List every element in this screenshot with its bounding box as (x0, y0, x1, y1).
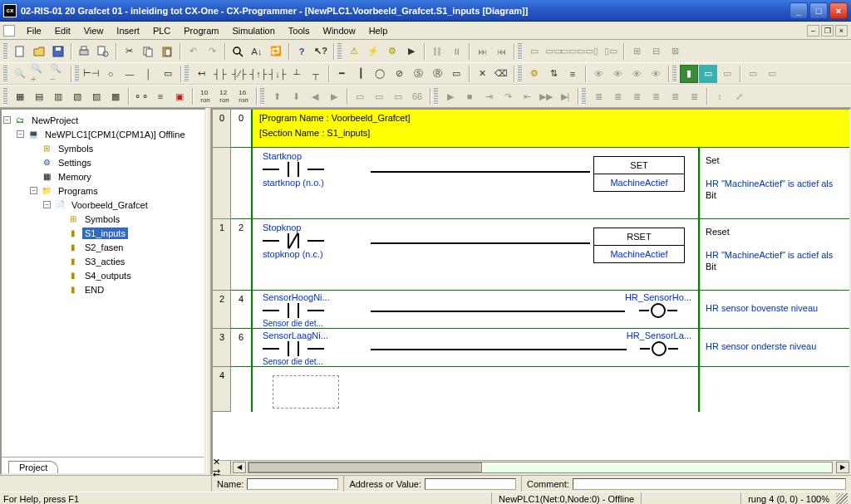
ff-button[interactable]: ▶▶ (537, 87, 555, 105)
contact-dn-button[interactable]: ┤↓├ (268, 65, 287, 83)
view2-button[interactable]: ▤ (30, 87, 48, 105)
ex2-button[interactable]: ▭ (763, 65, 781, 83)
e1-button[interactable]: ▭ (351, 87, 369, 105)
play-button[interactable]: ▶ (441, 87, 460, 105)
g2-button[interactable]: ≣ (608, 87, 627, 105)
sym3-button[interactable]: ▣ (170, 87, 189, 105)
scroll-right-button[interactable]: ▶ (836, 462, 849, 473)
menu-view[interactable]: View (77, 24, 111, 37)
h1-button[interactable]: ↕ (711, 87, 729, 105)
toolbar-grip[interactable] (518, 43, 522, 60)
step2-button[interactable]: ⏮ (492, 42, 510, 61)
ladder-area[interactable]: 0 1 2 3 4 0 2 4 6 (213, 110, 849, 460)
toggle-watch-button[interactable]: ▭ (718, 65, 736, 83)
compile-button[interactable]: ⚙ (525, 65, 544, 83)
menu-file[interactable]: File (20, 24, 48, 37)
ladder-rung[interactable]: Stopknop stopknop (n.c.) (253, 219, 849, 291)
tree-section-s2[interactable]: S2_fasen (82, 242, 125, 253)
menu-help[interactable]: Help (362, 24, 395, 37)
menu-simulation[interactable]: Simulation (225, 24, 281, 37)
save-button[interactable] (49, 42, 67, 61)
ladder-hline-button[interactable]: — (121, 65, 139, 83)
del-rung-button[interactable]: ⌫ (492, 65, 510, 83)
menu-tools[interactable]: Tools (282, 24, 317, 37)
replace-button[interactable]: 🔁 (267, 42, 285, 61)
watch4-button[interactable]: 👁 (647, 65, 665, 83)
g5-button[interactable]: ≣ (666, 87, 684, 105)
d3-button[interactable]: ◀ (306, 87, 324, 105)
plc-mem1-button[interactable]: ▭ (525, 42, 544, 61)
coil-s-button[interactable]: Ⓢ (409, 65, 427, 83)
contact-no-button[interactable]: ┤├ (211, 65, 229, 83)
step-out-button[interactable]: ⇤ (518, 87, 536, 105)
find-button[interactable] (229, 42, 247, 61)
radix12-button[interactable]: 12ron (215, 87, 234, 105)
plc-mem4-button[interactable]: ▭▯ (583, 42, 601, 61)
toggle-sidebar-button[interactable]: ▮ (680, 65, 698, 83)
tree-settings[interactable]: Settings (56, 157, 94, 169)
tree-psymbols[interactable]: Symbols (82, 213, 122, 225)
info-addr-field[interactable] (425, 478, 516, 490)
print-button[interactable] (75, 42, 93, 61)
coil-icon[interactable] (649, 302, 667, 319)
scroll-track[interactable] (248, 462, 833, 473)
plc-mem5-button[interactable]: ▯▭ (602, 42, 620, 61)
ladder-rung-empty[interactable] (253, 367, 849, 412)
tree-symbols[interactable]: Symbols (56, 143, 96, 154)
compare-button[interactable]: ≡ (563, 65, 582, 83)
print-preview-button[interactable] (94, 42, 112, 61)
contact-no-icon[interactable] (279, 302, 307, 319)
cursor-cell[interactable] (273, 375, 339, 409)
ladder-rung[interactable]: SensorHoogNi... Sensor die det... (253, 291, 849, 329)
copy-button[interactable] (139, 42, 157, 61)
tree-section-s1[interactable]: S1_inputs (82, 228, 128, 239)
rung-number[interactable]: 2 (213, 291, 231, 329)
radix16-button[interactable]: 16ron (234, 87, 253, 105)
ladder-contact-button[interactable]: ⊢⊣ (82, 65, 101, 83)
d2-button[interactable]: ⬇ (287, 87, 305, 105)
tree-end[interactable]: END (82, 284, 106, 296)
help-button[interactable]: ? (293, 42, 311, 61)
tree-section-s4[interactable]: S4_outputs (82, 270, 134, 281)
toolbar-grip[interactable] (582, 88, 586, 105)
ladder-rung[interactable]: SensorLaagNi... Sensor die det... (253, 329, 849, 367)
ladder-coil-button[interactable]: ○ (101, 65, 120, 83)
d1-button[interactable]: ⬆ (268, 87, 286, 105)
toolbar-grip[interactable] (75, 66, 79, 82)
g4-button[interactable]: ≣ (647, 87, 665, 105)
mdi-restore-button[interactable]: ❐ (821, 25, 834, 37)
view3-button[interactable]: ▥ (49, 87, 67, 105)
redo-button[interactable]: ↷ (203, 42, 221, 61)
plc-x3-button[interactable]: ⊠ (666, 42, 684, 61)
toolbar-grip[interactable] (3, 43, 7, 60)
whats-this-button[interactable]: ↖? (312, 42, 330, 61)
contact-no-icon[interactable] (279, 340, 307, 357)
new-button[interactable] (11, 42, 29, 61)
view1-button[interactable]: ▦ (11, 87, 29, 105)
view5-button[interactable]: ▨ (87, 87, 106, 105)
project-tree[interactable]: −🗂NewProject −💻NeWPLC1[CPM1(CPM1A)] Offl… (2, 110, 204, 457)
rung-number[interactable]: 4 (213, 367, 231, 412)
scroll-left-button[interactable]: ◀ (233, 462, 246, 473)
g6-button[interactable]: ≣ (685, 87, 703, 105)
menu-plc[interactable]: PLC (146, 24, 177, 37)
minimize-button[interactable]: _ (790, 2, 808, 19)
zoom-out-button[interactable]: 🔍− (49, 65, 67, 83)
undo-button[interactable]: ↶ (184, 42, 202, 61)
maximize-button[interactable]: □ (809, 2, 828, 19)
tree-program-1[interactable]: Voorbeeld_Grafcet (69, 199, 150, 211)
coil-o-button[interactable]: ◯ (371, 65, 389, 83)
stop2-button[interactable]: ■ (460, 87, 479, 105)
del-wire-button[interactable]: ✕ (473, 65, 491, 83)
tree-section-s3[interactable]: S3_acties (82, 256, 127, 267)
menu-insert[interactable]: Insert (110, 24, 146, 37)
ladder-fn-button[interactable]: ▭ (159, 65, 177, 83)
contact-nc-button[interactable]: ┤∕├ (230, 65, 248, 83)
pause-button[interactable] (428, 42, 446, 61)
toolbar-grip[interactable] (337, 43, 342, 60)
watch1-button[interactable]: 👁 (589, 65, 608, 83)
info-comment-field[interactable] (573, 478, 846, 490)
tree-plc[interactable]: NeWPLC1[CPM1(CPM1A)] Offline (42, 129, 188, 140)
branch-dn-button[interactable]: ┬ (307, 65, 325, 83)
e4-button[interactable]: 66 (408, 87, 426, 105)
